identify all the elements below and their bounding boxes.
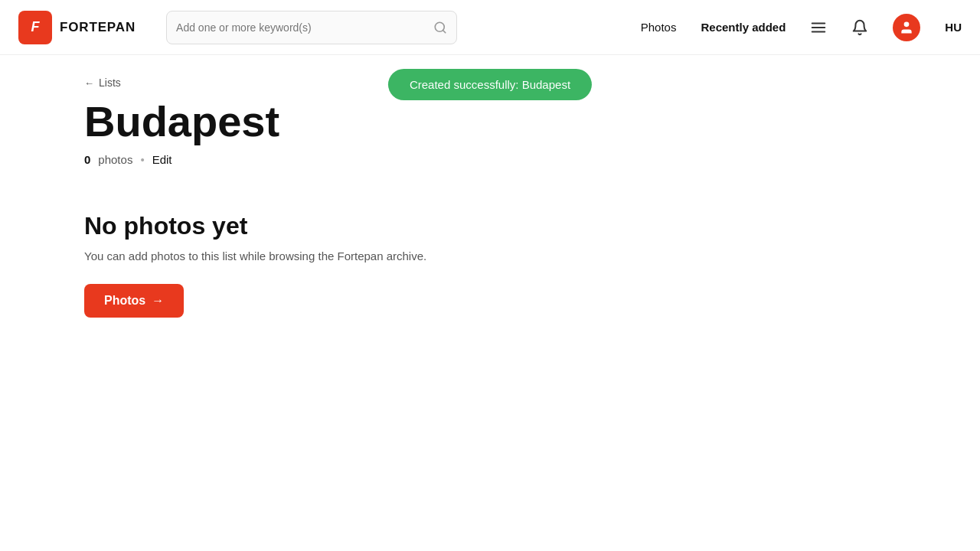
meta-dot: • [140,153,144,166]
photos-count: 0 [84,153,90,166]
photos-button-label: Photos [104,294,145,308]
search-icon [433,21,447,34]
avatar[interactable] [893,14,920,41]
nav-photos[interactable]: Photos [641,21,677,34]
breadcrumb-arrow: ← [84,77,94,89]
page-title: Budapest [84,98,896,145]
logo-name: FORTEPAN [60,20,136,35]
photos-label: photos [98,153,132,166]
photos-button[interactable]: Photos → [84,284,184,318]
breadcrumb-label: Lists [99,77,121,89]
logo-link[interactable]: F FORTEPAN [18,11,136,44]
empty-title: No photos yet [84,212,896,240]
svg-line-1 [443,30,446,32]
nav-right: Photos Recently added HU [641,14,962,41]
search-bar[interactable] [166,11,457,44]
edit-link[interactable]: Edit [152,153,172,166]
meta-row: 0 photos • Edit [84,153,896,166]
search-input[interactable] [176,21,433,34]
header: F FORTEPAN Photos Recently added [0,0,980,55]
language-switcher[interactable]: HU [945,21,962,34]
photos-button-arrow: → [152,294,164,308]
empty-description: You can add photos to this list while br… [84,249,896,262]
menu-button[interactable] [810,19,827,36]
nav-recently-added[interactable]: Recently added [701,21,786,34]
svg-point-5 [904,21,910,27]
notifications-button[interactable] [851,19,868,36]
empty-state: No photos yet You can add photos to this… [84,212,896,318]
logo-icon: F [18,11,52,44]
toast-notification: Created successfully: Budapest [388,69,592,100]
